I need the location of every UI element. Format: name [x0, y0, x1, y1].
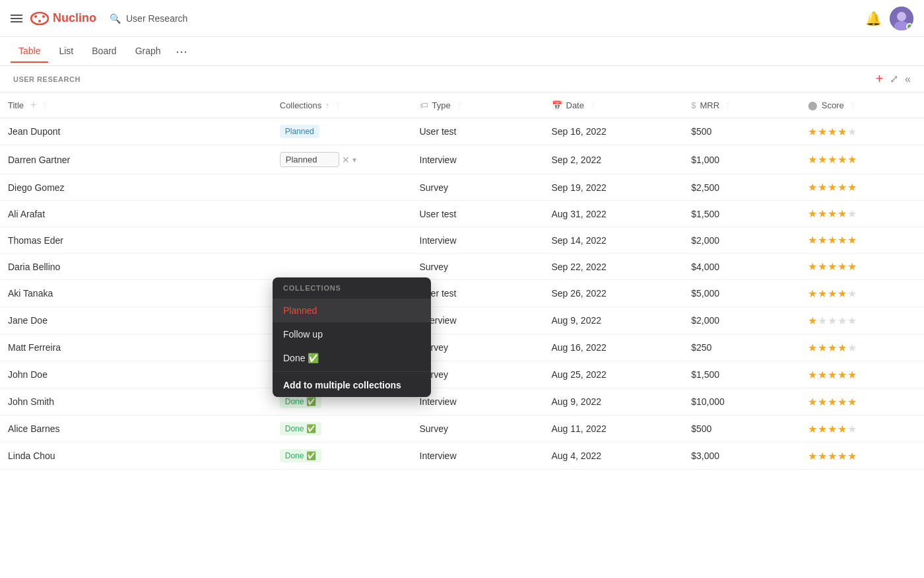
cell-collections[interactable] — [272, 174, 412, 201]
cell-collections[interactable]: Done ✅ — [272, 415, 412, 443]
cell-type[interactable]: Survey — [412, 174, 544, 201]
cell-title[interactable]: Diego Gomez — [0, 174, 272, 201]
type-col-drag[interactable]: ⋮ — [456, 102, 463, 109]
search-bar[interactable]: 🔍 User Research — [110, 13, 187, 24]
cell-title[interactable]: John Doe — [0, 361, 272, 388]
cell-type[interactable]: Survey — [412, 361, 544, 388]
svg-point-2 — [42, 15, 45, 18]
cell-collections[interactable]: ✕ ▾ — [272, 145, 412, 174]
collections-col-drag[interactable]: ⋮ — [335, 102, 341, 109]
mrr-dollar-icon: $ — [691, 100, 696, 110]
cell-collections[interactable]: Done ✅ — [272, 443, 412, 470]
col-header-type: 🏷 Type ⋮ — [412, 92, 544, 118]
cell-date: Aug 31, 2022 — [544, 201, 684, 227]
cell-date: Aug 4, 2022 — [544, 443, 684, 470]
svg-point-0 — [31, 13, 48, 24]
collapse-button[interactable]: « — [905, 73, 911, 85]
score-col-label: Score — [822, 100, 844, 110]
inline-close-icon[interactable]: ✕ — [342, 155, 350, 165]
tab-graph[interactable]: Graph — [127, 40, 169, 63]
cell-type[interactable]: Interview — [412, 145, 544, 174]
cell-score: ★★★★★ — [800, 145, 924, 174]
cell-title[interactable]: John Smith — [0, 388, 272, 415]
cell-title[interactable]: Darren Gartner — [0, 145, 272, 174]
cell-date: Aug 9, 2022 — [544, 388, 684, 415]
cell-type[interactable]: Interview — [412, 443, 544, 470]
collection-badge[interactable]: Done ✅ — [280, 395, 321, 408]
table-row: Matt FerreiraFollow upSurveyAug 16, 2022… — [0, 334, 924, 361]
tabs-bar: Table List Board Graph ⋯ — [0, 37, 924, 66]
logo: Nuclino — [30, 9, 96, 28]
cell-mrr: $10,000 — [683, 388, 799, 415]
cell-title[interactable]: Jean Dupont — [0, 118, 272, 145]
cell-type[interactable]: User test — [412, 201, 544, 227]
cell-collections[interactable] — [272, 227, 412, 254]
cell-date: Sep 26, 2022 — [544, 280, 684, 307]
dropdown-add-multiple[interactable]: Add to multiple collections — [273, 373, 431, 397]
table-row: Linda ChouDone ✅InterviewAug 4, 2022$3,0… — [0, 443, 924, 470]
mrr-col-drag[interactable]: ⋮ — [725, 102, 731, 109]
date-cal-icon: 📅 — [552, 100, 562, 110]
collection-badge[interactable]: Planned — [280, 125, 319, 138]
cell-date: Aug 11, 2022 — [544, 415, 684, 443]
cell-date: Sep 14, 2022 — [544, 227, 684, 254]
cell-title[interactable]: Alice Barnes — [0, 415, 272, 443]
avatar[interactable] — [890, 7, 913, 30]
dropdown-item-planned[interactable]: Planned — [273, 299, 431, 322]
collections-sort-icon[interactable]: ↑ — [325, 101, 329, 109]
cell-type[interactable]: User test — [412, 118, 544, 145]
cell-title[interactable]: Linda Chou — [0, 443, 272, 470]
collection-badge[interactable]: Done ✅ — [280, 422, 321, 435]
cell-date: Aug 25, 2022 — [544, 361, 684, 388]
toolbar: USER RESEARCH + ⤢ « — [0, 66, 924, 92]
cell-title[interactable]: Thomas Eder — [0, 227, 272, 254]
cell-mrr: $250 — [683, 334, 799, 361]
title-col-drag[interactable]: ⋮ — [42, 102, 48, 109]
inline-edit-collections[interactable]: ✕ ▾ — [280, 152, 404, 167]
score-col-drag[interactable]: ⋮ — [849, 102, 856, 109]
cell-type[interactable]: Interview — [412, 388, 544, 415]
collection-badge[interactable]: Done ✅ — [280, 449, 321, 462]
hamburger-menu[interactable] — [11, 15, 22, 22]
dropdown-item-done[interactable]: Done ✅ — [273, 346, 431, 370]
cell-type[interactable]: Survey — [412, 415, 544, 443]
bell-icon[interactable]: 🔔 — [865, 11, 882, 26]
tab-board[interactable]: Board — [84, 40, 124, 63]
expand-button[interactable]: ⤢ — [890, 73, 898, 85]
cell-mrr: $500 — [683, 415, 799, 443]
cell-type[interactable]: Survey — [412, 334, 544, 361]
cell-score: ★★★★★ — [800, 443, 924, 470]
cell-date: Aug 16, 2022 — [544, 334, 684, 361]
main-table: Title + ⋮ Collections ↑ ⋮ 🏷 Type — [0, 92, 924, 470]
add-col-icon[interactable]: + — [30, 99, 36, 111]
cell-score: ★★★★★ — [800, 280, 924, 307]
cell-title[interactable]: Matt Ferreira — [0, 334, 272, 361]
cell-title[interactable]: Daria Bellino — [0, 254, 272, 280]
tab-table[interactable]: Table — [11, 40, 48, 63]
cell-type[interactable]: Survey — [412, 254, 544, 280]
cell-title[interactable]: Jane Doe — [0, 307, 272, 334]
cell-type[interactable]: Interview — [412, 227, 544, 254]
tabs-more-button[interactable]: ⋯ — [172, 39, 191, 64]
cell-collections[interactable] — [272, 254, 412, 280]
table-row: Jane DoeFollow upInterviewAug 9, 2022$2,… — [0, 307, 924, 334]
cell-type[interactable]: User test — [412, 280, 544, 307]
add-button[interactable]: + — [875, 71, 883, 87]
cell-type[interactable]: Interview — [412, 307, 544, 334]
col-header-collections: Collections ↑ ⋮ — [272, 92, 412, 118]
collections-dropdown: COLLECTIONS Planned Follow up Done ✅ Add… — [273, 277, 431, 397]
cell-score: ★★★★★ — [800, 201, 924, 227]
date-col-drag[interactable]: ⋮ — [589, 102, 596, 109]
tab-list[interactable]: List — [51, 40, 81, 63]
avatar-online-dot — [906, 23, 913, 30]
dropdown-item-followup[interactable]: Follow up — [273, 322, 431, 346]
col-header-date: 📅 Date ⋮ — [544, 92, 684, 118]
cell-collections[interactable]: Planned — [272, 118, 412, 145]
inline-chevron-icon[interactable]: ▾ — [352, 155, 356, 164]
cell-date: Sep 22, 2022 — [544, 254, 684, 280]
table-body: Jean DupontPlannedUser testSep 16, 2022$… — [0, 118, 924, 470]
cell-title[interactable]: Ali Arafat — [0, 201, 272, 227]
cell-title[interactable]: Aki Tanaka — [0, 280, 272, 307]
collection-input[interactable] — [280, 152, 339, 167]
cell-collections[interactable] — [272, 201, 412, 227]
